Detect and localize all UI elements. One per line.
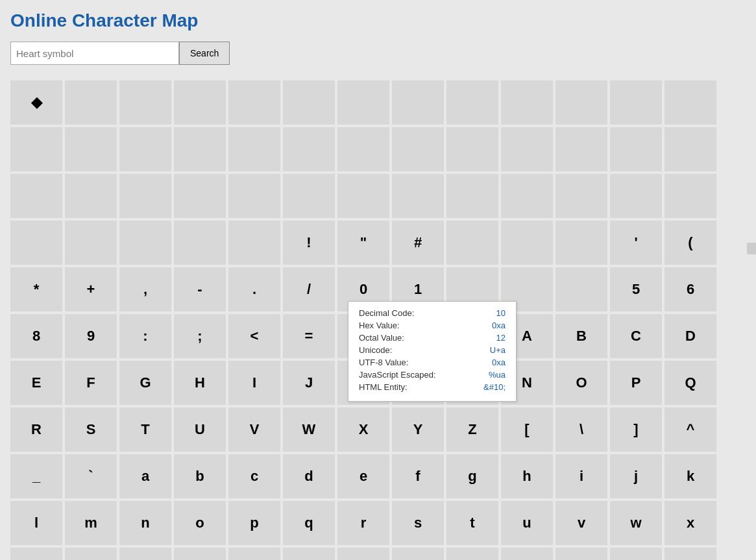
char-cell[interactable]: [228, 127, 280, 171]
char-cell[interactable]: [501, 548, 553, 560]
char-cell[interactable]: c: [228, 454, 280, 498]
char-cell[interactable]: S: [65, 408, 117, 452]
char-cell[interactable]: [228, 80, 280, 125]
char-cell[interactable]: -: [174, 267, 226, 311]
char-cell[interactable]: a: [119, 454, 171, 498]
char-cell[interactable]: [446, 127, 498, 171]
char-cell[interactable]: q: [283, 501, 335, 545]
char-cell[interactable]: [610, 174, 662, 218]
char-cell[interactable]: [10, 174, 62, 218]
char-cell[interactable]: T: [119, 408, 171, 452]
char-cell[interactable]: [65, 127, 117, 171]
char-cell[interactable]: [555, 548, 607, 560]
char-cell[interactable]: [392, 127, 444, 171]
char-cell[interactable]: [446, 548, 498, 560]
char-cell[interactable]: k: [665, 454, 716, 498]
char-cell[interactable]: s: [392, 501, 444, 545]
char-cell[interactable]: b: [174, 454, 226, 498]
char-cell[interactable]: /: [283, 267, 335, 311]
char-cell[interactable]: Y: [392, 408, 444, 452]
char-cell[interactable]: [610, 80, 662, 125]
char-cell[interactable]: [337, 127, 389, 171]
char-cell[interactable]: \: [555, 408, 607, 452]
char-cell[interactable]: v: [555, 501, 607, 545]
char-cell[interactable]: [283, 127, 335, 171]
char-cell[interactable]: g: [446, 454, 498, 498]
char-cell[interactable]: I: [228, 361, 280, 405]
search-input[interactable]: Heart symbol: [10, 42, 179, 65]
char-cell[interactable]: [665, 548, 716, 560]
char-cell[interactable]: }: [228, 548, 280, 560]
char-cell[interactable]: [228, 221, 280, 265]
char-cell[interactable]: [555, 174, 607, 218]
char-cell[interactable]: j: [610, 454, 662, 498]
char-cell[interactable]: w: [610, 501, 662, 545]
char-cell[interactable]: Z: [446, 408, 498, 452]
char-cell[interactable]: [610, 548, 662, 560]
char-cell[interactable]: [283, 174, 335, 218]
char-cell[interactable]: u: [501, 501, 553, 545]
char-cell[interactable]: [665, 80, 716, 125]
char-cell[interactable]: {: [119, 548, 171, 560]
char-cell[interactable]: D: [665, 314, 716, 358]
char-cell[interactable]: [: [501, 408, 553, 452]
char-cell[interactable]: [501, 221, 553, 265]
char-cell[interactable]: P: [610, 361, 662, 405]
char-cell[interactable]: [337, 548, 389, 560]
char-cell[interactable]: [65, 80, 117, 125]
char-cell[interactable]: ": [337, 221, 389, 265]
char-cell[interactable]: [555, 80, 607, 125]
char-cell[interactable]: d: [283, 454, 335, 498]
char-cell[interactable]: [119, 80, 171, 125]
char-cell[interactable]: !: [283, 221, 335, 265]
char-cell[interactable]: [446, 174, 498, 218]
char-cell[interactable]: [446, 80, 498, 125]
char-cell[interactable]: |: [174, 548, 226, 560]
char-cell[interactable]: ]: [610, 408, 662, 452]
char-cell[interactable]: [555, 267, 607, 311]
char-cell[interactable]: R: [10, 408, 62, 452]
char-cell[interactable]: h: [501, 454, 553, 498]
char-cell[interactable]: [174, 221, 226, 265]
char-cell[interactable]: p: [228, 501, 280, 545]
char-cell[interactable]: [392, 174, 444, 218]
char-cell[interactable]: [283, 548, 335, 560]
char-cell[interactable]: [283, 80, 335, 125]
char-cell[interactable]: x: [665, 501, 716, 545]
char-cell[interactable]: ◆: [10, 80, 62, 125]
char-cell[interactable]: [10, 221, 62, 265]
char-cell[interactable]: V: [228, 408, 280, 452]
char-cell[interactable]: [337, 80, 389, 125]
char-cell[interactable]: y: [10, 548, 62, 560]
char-cell[interactable]: [174, 80, 226, 125]
char-cell[interactable]: [392, 548, 444, 560]
char-cell[interactable]: X: [337, 408, 389, 452]
char-cell[interactable]: 6: [665, 267, 716, 311]
char-cell[interactable]: [501, 127, 553, 171]
char-cell[interactable]: C: [610, 314, 662, 358]
char-cell[interactable]: [665, 174, 716, 218]
char-cell[interactable]: 5: [610, 267, 662, 311]
char-cell[interactable]: [65, 174, 117, 218]
char-cell[interactable]: r: [337, 501, 389, 545]
char-cell[interactable]: _: [10, 454, 62, 498]
char-cell[interactable]: B: [555, 314, 607, 358]
char-cell[interactable]: J: [283, 361, 335, 405]
char-cell[interactable]: [65, 221, 117, 265]
char-cell[interactable]: [392, 80, 444, 125]
char-cell[interactable]: i: [555, 454, 607, 498]
char-cell[interactable]: n: [119, 501, 171, 545]
char-cell[interactable]: z: [65, 548, 117, 560]
char-cell[interactable]: F: [65, 361, 117, 405]
char-cell[interactable]: [555, 127, 607, 171]
search-button[interactable]: Search: [179, 42, 230, 65]
char-cell[interactable]: +: [65, 267, 117, 311]
char-cell[interactable]: .: [228, 267, 280, 311]
char-cell[interactable]: [119, 127, 171, 171]
char-cell[interactable]: :: [119, 314, 171, 358]
char-cell[interactable]: f: [392, 454, 444, 498]
char-cell[interactable]: G: [119, 361, 171, 405]
char-cell[interactable]: [119, 174, 171, 218]
char-cell[interactable]: ,: [119, 267, 171, 311]
char-cell[interactable]: E: [10, 361, 62, 405]
